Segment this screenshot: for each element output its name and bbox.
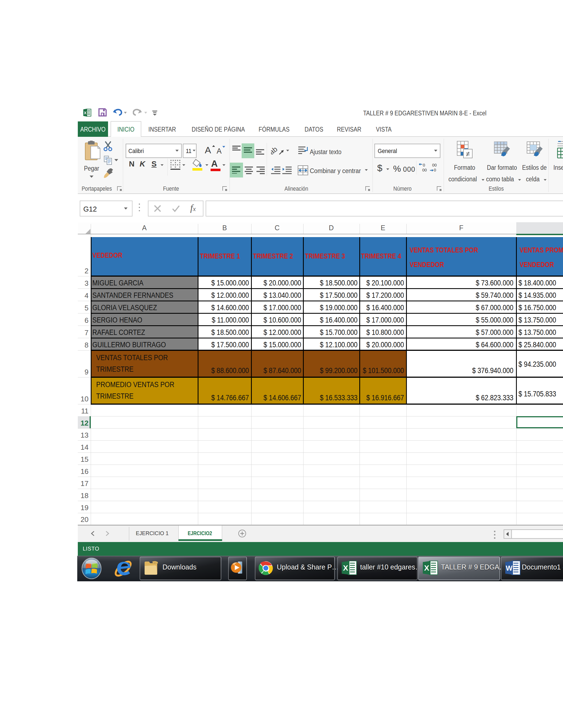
svg-text:W: W (506, 564, 513, 572)
svg-text:X: X (343, 564, 348, 572)
svg-text:00: 00 (432, 163, 437, 167)
svg-text:X: X (424, 564, 429, 572)
svg-text:0: 0 (434, 168, 436, 172)
svg-text:0: 0 (423, 163, 425, 167)
svg-text:X: X (84, 111, 87, 115)
svg-text:≠: ≠ (466, 150, 470, 158)
svg-text:ab: ab (271, 145, 279, 156)
svg-text:00: 00 (422, 168, 427, 172)
